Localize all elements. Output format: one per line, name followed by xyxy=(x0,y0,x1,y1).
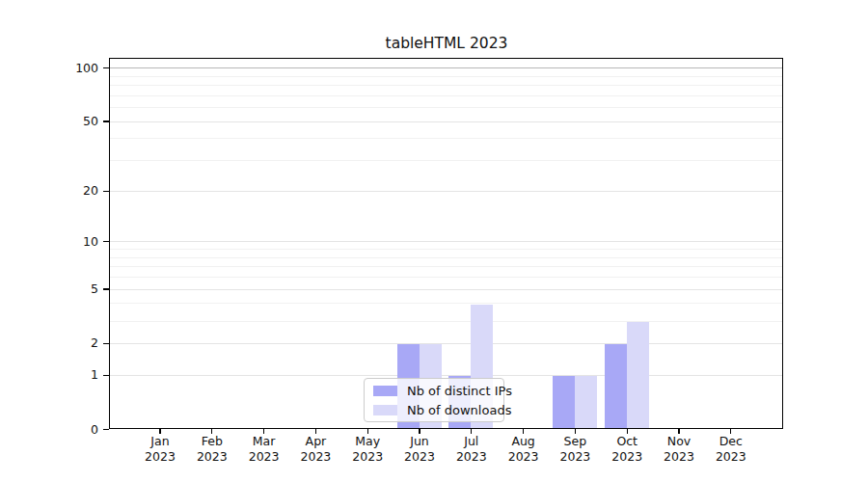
legend-entry: Nb of downloads xyxy=(373,400,503,419)
y-tick xyxy=(103,241,109,242)
minor-gridline xyxy=(110,277,782,278)
y-tick xyxy=(103,429,109,430)
y-tick-label: 5 xyxy=(37,281,98,296)
y-tick-label: 10 xyxy=(37,234,98,249)
legend: Nb of distinct IPsNb of downloads xyxy=(364,378,504,422)
y-tick-label: 20 xyxy=(37,183,98,198)
x-tick-label: Jul 2023 xyxy=(456,434,487,464)
minor-gridline xyxy=(110,138,782,139)
major-gridline xyxy=(110,191,782,192)
bar-nb-of-distinct-ips xyxy=(553,376,575,428)
x-tick-label: Aug 2023 xyxy=(508,434,539,464)
minor-gridline xyxy=(110,160,782,161)
legend-entry-label: Nb of distinct IPs xyxy=(407,384,512,398)
minor-gridline xyxy=(110,303,782,304)
major-gridline xyxy=(110,121,782,122)
legend-swatch xyxy=(373,405,397,415)
minor-gridline xyxy=(110,76,782,77)
x-tick-label: Jan 2023 xyxy=(145,434,176,464)
minor-gridline xyxy=(110,257,782,258)
y-tick-label: 0 xyxy=(37,422,98,437)
x-tick-label: Apr 2023 xyxy=(300,434,331,464)
bar-nb-of-downloads xyxy=(627,322,649,428)
x-tick-label: Dec 2023 xyxy=(716,434,746,464)
y-tick-label: 100 xyxy=(37,61,98,75)
minor-gridline xyxy=(110,107,782,108)
major-gridline xyxy=(110,241,782,242)
legend-swatch xyxy=(373,386,397,396)
y-tick xyxy=(103,120,109,121)
y-tick xyxy=(103,288,109,289)
y-tick xyxy=(103,191,109,192)
chart-title: tableHTML 2023 xyxy=(109,35,784,52)
bar-nb-of-distinct-ips xyxy=(605,344,627,428)
x-tick-label: Nov 2023 xyxy=(664,434,694,464)
minor-gridline xyxy=(110,85,782,86)
major-gridline xyxy=(110,375,782,376)
x-tick-label: Jun 2023 xyxy=(404,434,435,464)
major-gridline xyxy=(110,67,782,68)
major-gridline xyxy=(110,289,782,290)
x-tick-label: May 2023 xyxy=(352,434,383,464)
y-tick-label: 1 xyxy=(37,367,98,382)
y-tick xyxy=(103,343,109,344)
minor-gridline xyxy=(110,266,782,267)
bar-chart: tableHTML 2023 0125102050100 Jan 2023Feb… xyxy=(0,0,868,482)
plot-area xyxy=(109,58,783,429)
minor-gridline xyxy=(110,321,782,322)
y-tick xyxy=(103,375,109,376)
legend-entry-label: Nb of downloads xyxy=(407,403,511,417)
bar-nb-of-downloads xyxy=(575,376,597,428)
y-tick-label: 2 xyxy=(37,336,98,351)
x-tick-label: Mar 2023 xyxy=(249,434,280,464)
minor-gridline xyxy=(110,95,782,96)
x-tick-label: Sep 2023 xyxy=(559,434,590,464)
x-tick-label: Oct 2023 xyxy=(611,434,642,464)
x-tick-label: Feb 2023 xyxy=(197,434,228,464)
major-gridline xyxy=(110,343,782,344)
legend-entry: Nb of distinct IPs xyxy=(373,381,503,400)
y-tick xyxy=(103,67,109,68)
minor-gridline xyxy=(110,249,782,250)
y-tick-label: 50 xyxy=(37,114,98,128)
